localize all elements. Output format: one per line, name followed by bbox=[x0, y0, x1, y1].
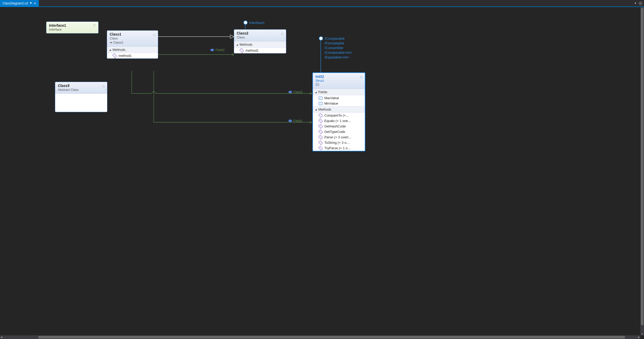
node-title: Class1 bbox=[110, 32, 155, 36]
method-private-icon bbox=[239, 48, 244, 53]
method-private-icon bbox=[112, 53, 117, 58]
scroll-down-arrow-icon[interactable]: ▼ bbox=[640, 333, 644, 335]
node-title: Int32 bbox=[316, 74, 362, 79]
field-private-icon bbox=[289, 119, 292, 122]
horizontal-scrollbar[interactable]: ◀ ▶ bbox=[0, 335, 640, 339]
collapse-icon[interactable] bbox=[360, 75, 363, 79]
scroll-left-arrow-icon[interactable]: ◀ bbox=[1, 335, 2, 339]
section-methods[interactable]: ◢ Methods bbox=[107, 46, 158, 53]
member-field[interactable]: MaxValue bbox=[313, 95, 365, 101]
section-fields[interactable]: ◢ Fields bbox=[313, 89, 365, 95]
node-title: Class2 bbox=[237, 31, 283, 35]
lollipop-label: Interface1 bbox=[249, 21, 265, 25]
node-class5[interactable]: Class5 Abstract Class bbox=[55, 82, 107, 112]
collapse-icon[interactable] bbox=[102, 84, 105, 88]
section-methods[interactable]: ◢ Methods bbox=[313, 106, 365, 113]
tab-title: ClassDiagram2.cd bbox=[3, 2, 28, 5]
lollipop-icon bbox=[243, 21, 248, 25]
lollipop-class2: Interface1 bbox=[243, 21, 265, 25]
member-method[interactable]: method1 bbox=[107, 53, 158, 58]
node-subtitle: Struct bbox=[316, 79, 362, 83]
method-icon bbox=[318, 124, 323, 128]
field-icon bbox=[289, 91, 292, 93]
svg-marker-1 bbox=[230, 35, 234, 38]
scrollbar-thumb[interactable] bbox=[38, 336, 625, 338]
member-method[interactable]: method1 bbox=[234, 48, 286, 53]
node-title: Class5 bbox=[58, 84, 104, 88]
collapse-icon[interactable] bbox=[153, 33, 156, 36]
node-class1[interactable]: Class1 Class Class2 ◢ Methods method1 bbox=[107, 30, 158, 59]
member-method[interactable]: CompareTo (+… bbox=[313, 113, 365, 118]
inheritance-arrow-icon bbox=[110, 42, 112, 44]
tabstrip: ClassDiagram2.cd ✕ ▼ bbox=[0, 0, 644, 7]
field-icon bbox=[211, 49, 214, 51]
section-toggle-icon: ◢ bbox=[315, 91, 317, 93]
method-icon bbox=[318, 113, 323, 118]
section-toggle-icon: ◢ bbox=[236, 43, 238, 46]
method-icon bbox=[318, 146, 323, 150]
node-subtitle: Class bbox=[237, 36, 283, 39]
section-toggle-icon: ◢ bbox=[109, 49, 111, 51]
scroll-right-arrow-icon[interactable]: ▶ bbox=[638, 335, 640, 339]
method-icon bbox=[318, 140, 323, 145]
member-method[interactable]: TryParse (+ 1 o… bbox=[313, 145, 365, 151]
member-method[interactable]: Equals (+ 1 ove… bbox=[313, 118, 365, 124]
node-int32[interactable]: Int32 Struct ◢ Fields MaxValue MinValue … bbox=[312, 72, 365, 151]
diagram-canvas[interactable]: Field2 Field3 Field1 Interface1 ICompara… bbox=[0, 7, 640, 335]
section-methods[interactable]: ◢ Methods bbox=[234, 41, 286, 48]
pin-icon[interactable] bbox=[30, 2, 32, 5]
expand-icon[interactable] bbox=[93, 24, 96, 28]
node-subtitle: Interface bbox=[49, 28, 96, 31]
document-tab[interactable]: ClassDiagram2.cd ✕ bbox=[0, 0, 39, 6]
member-method[interactable]: Parse (+ 3 overl… bbox=[313, 134, 365, 140]
field-icon bbox=[319, 97, 323, 100]
lollipop-int32: IComparable IFormattable IConvertible IC… bbox=[319, 36, 352, 59]
lollipop-icon bbox=[319, 36, 323, 40]
method-icon bbox=[318, 129, 323, 134]
node-base-class: Class2 bbox=[110, 41, 155, 44]
close-tab-icon[interactable]: ✕ bbox=[34, 2, 36, 5]
member-method[interactable]: GetTypeCode bbox=[313, 129, 365, 134]
member-method[interactable]: ToString (+ 3 o… bbox=[313, 140, 365, 145]
node-title: Interface1 bbox=[49, 23, 96, 28]
node-subtitle: Abstract Class bbox=[58, 88, 104, 92]
edge-label-field2: Field2 bbox=[211, 48, 225, 52]
vertical-scrollbar[interactable]: ▲ ▼ bbox=[640, 7, 644, 335]
section-toggle-icon: ◢ bbox=[315, 108, 317, 111]
node-class2[interactable]: Class2 Class ◢ Methods method1 bbox=[234, 29, 286, 53]
method-icon bbox=[318, 135, 323, 139]
method-icon bbox=[318, 118, 323, 123]
app-root: ClassDiagram2.cd ✕ ▼ bbox=[0, 0, 644, 339]
node-subtitle: Class bbox=[110, 37, 155, 40]
canvas-wrap: Field2 Field3 Field1 Interface1 ICompara… bbox=[0, 7, 644, 339]
edge-label-field1: Field1 bbox=[289, 119, 303, 123]
field-icon bbox=[319, 102, 323, 105]
collapse-icon[interactable] bbox=[281, 32, 284, 35]
metadata-icon bbox=[316, 83, 319, 86]
tabstrip-actions: ▼ bbox=[634, 2, 644, 5]
member-field[interactable]: MinValue bbox=[313, 101, 365, 106]
member-method[interactable]: GetHashCode bbox=[313, 124, 365, 129]
active-files-dropdown-icon[interactable]: ▼ bbox=[634, 2, 637, 5]
gear-icon[interactable] bbox=[639, 2, 642, 5]
node-interface1[interactable]: Interface1 Interface bbox=[46, 22, 99, 33]
scrollbar-thumb[interactable] bbox=[641, 8, 643, 325]
edge-label-field3: Field3 bbox=[289, 90, 303, 94]
